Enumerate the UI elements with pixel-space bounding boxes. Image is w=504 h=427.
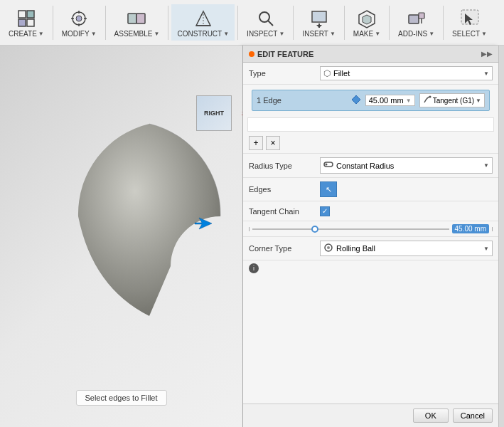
inspect-label: INSPECT▼ (247, 30, 284, 38)
toolbar-construct[interactable]: CONSTRUCT▼ (171, 4, 235, 41)
svg-point-36 (326, 164, 328, 166)
tangent-chain-content: ✓ (320, 206, 493, 216)
corner-type-dropdown-arrow: ▼ (483, 246, 489, 252)
svg-rect-0 (18, 11, 26, 18)
ok-button[interactable]: OK (413, 408, 449, 423)
toolbar-create[interactable]: CREATE▼ (3, 4, 50, 41)
panel-header: EDIT FEATURE ▶▶ (243, 46, 498, 63)
modify-label: MODIFY▼ (62, 30, 97, 38)
type-label: Type (249, 69, 320, 78)
type-select[interactable]: ⬡ Fillet ▼ (320, 66, 493, 80)
construct-icon (192, 7, 215, 30)
type-icon: ⬡ (323, 68, 331, 78)
slider-tick-left (249, 227, 250, 231)
sep-2 (105, 6, 106, 40)
toolbar-assemble[interactable]: ASSEMBLE▼ (109, 4, 166, 41)
viewport[interactable]: RIGHT Z Select edges to Fillet (0, 46, 242, 427)
tangent-icon (423, 95, 431, 105)
toolbar-make[interactable]: MAKE▼ (348, 4, 386, 41)
edges-select-btn[interactable]: ↖ (320, 181, 337, 197)
checkbox-check-icon: ✓ (322, 207, 328, 215)
inspect-icon (254, 7, 277, 30)
svg-marker-32 (195, 218, 212, 229)
add-edge-btn[interactable]: + (249, 136, 263, 150)
selection-arrow (192, 215, 213, 232)
select-cursor-icon: ↖ (326, 185, 332, 194)
type-row: Type ⬡ Fillet ▼ (243, 63, 498, 85)
view-cube[interactable]: RIGHT Z (193, 95, 235, 138)
view-cube-axis: Z (242, 110, 242, 117)
type-value: Fillet (333, 69, 350, 78)
toolbar-modify[interactable]: MODIFY▼ (56, 4, 102, 41)
create-label: CREATE▼ (9, 30, 44, 38)
radius-type-icon (323, 159, 333, 172)
edge-value-input[interactable]: 45.00 mm ▼ (365, 95, 415, 106)
edge-row[interactable]: 1 Edge 45.00 mm ▼ (252, 90, 490, 111)
radius-type-row: Radius Type Constant Radius (243, 154, 498, 178)
corner-type-icon (323, 243, 333, 254)
modify-icon (68, 7, 90, 30)
slider-track[interactable] (252, 228, 449, 230)
sep-7 (389, 6, 390, 40)
svg-rect-2 (18, 19, 26, 26)
info-icon: i (249, 263, 259, 273)
panel-expand-btn[interactable]: ▶▶ (481, 50, 493, 58)
svg-point-38 (327, 246, 330, 249)
tangent-chain-checkbox[interactable]: ✓ (320, 206, 330, 216)
insert-icon (308, 7, 331, 30)
toolbar: CREATE▼ MODIFY▼ (0, 0, 504, 46)
svg-rect-10 (128, 14, 136, 23)
select-icon (459, 7, 481, 30)
edges-label: Edges (249, 185, 320, 194)
sep-1 (53, 6, 53, 40)
svg-rect-24 (409, 15, 419, 23)
remove-edge-btn[interactable]: × (266, 136, 280, 150)
panel-title: EDIT FEATURE (249, 50, 313, 58)
edit-feature-panel: EDIT FEATURE ▶▶ Type ⬡ Fillet ▼ (242, 46, 498, 427)
corner-type-row: Corner Type Rolling Ball ▼ (243, 237, 498, 260)
add-remove-row: + × (243, 133, 498, 154)
sep-5 (293, 6, 294, 40)
toolbar-addins[interactable]: ADD-INS▼ (392, 4, 440, 41)
panel-scrollbar[interactable] (498, 46, 504, 427)
slider-value[interactable]: 45.00 mm (452, 224, 489, 233)
make-icon (355, 7, 378, 30)
sep-6 (344, 6, 345, 40)
addins-icon (405, 7, 428, 30)
sep-3 (168, 6, 168, 40)
construct-label: CONSTRUCT▼ (177, 30, 229, 38)
svg-point-5 (76, 16, 82, 21)
sep-4 (237, 6, 238, 40)
svg-point-34 (429, 96, 431, 98)
corner-type-label: Corner Type (249, 244, 320, 253)
edge-value-unit-icon: ▼ (406, 97, 412, 104)
edge-value: 45.00 mm (369, 96, 404, 105)
assemble-label: ASSEMBLE▼ (114, 30, 160, 38)
edges-content: ↖ (320, 181, 493, 197)
toolbar-select[interactable]: SELECT▼ (446, 4, 493, 41)
view-cube-face[interactable]: RIGHT Z (196, 95, 232, 131)
sep-8 (443, 6, 444, 40)
corner-type-select[interactable]: Rolling Ball ▼ (320, 241, 493, 256)
cancel-button[interactable]: Cancel (453, 408, 493, 423)
edge-diamond-icon (351, 95, 361, 106)
slider-handle[interactable] (311, 226, 318, 233)
corner-type-content: Rolling Ball ▼ (320, 241, 493, 256)
addins-label: ADD-INS▼ (398, 30, 434, 38)
type-content: ⬡ Fillet ▼ (320, 66, 493, 80)
toolbar-insert[interactable]: INSERT▼ (296, 4, 341, 41)
create-icon (15, 7, 38, 30)
info-row: i (243, 260, 498, 276)
radius-type-select[interactable]: Constant Radius ▼ (320, 157, 493, 174)
svg-marker-23 (363, 15, 371, 24)
svg-line-17 (268, 21, 273, 26)
toolbar-inspect[interactable]: INSPECT▼ (241, 4, 290, 41)
svg-rect-1 (27, 11, 34, 18)
panel-dot (249, 51, 254, 57)
tangent-chain-label: Tangent Chain (249, 207, 320, 216)
status-text: Select edges to Fillet (85, 394, 157, 402)
tangent-chain-row: Tangent Chain ✓ (243, 201, 498, 221)
svg-rect-25 (419, 13, 424, 19)
panel-footer: OK Cancel (243, 404, 498, 427)
edge-tangent-select[interactable]: Tangent (G1) ▼ (419, 93, 485, 107)
